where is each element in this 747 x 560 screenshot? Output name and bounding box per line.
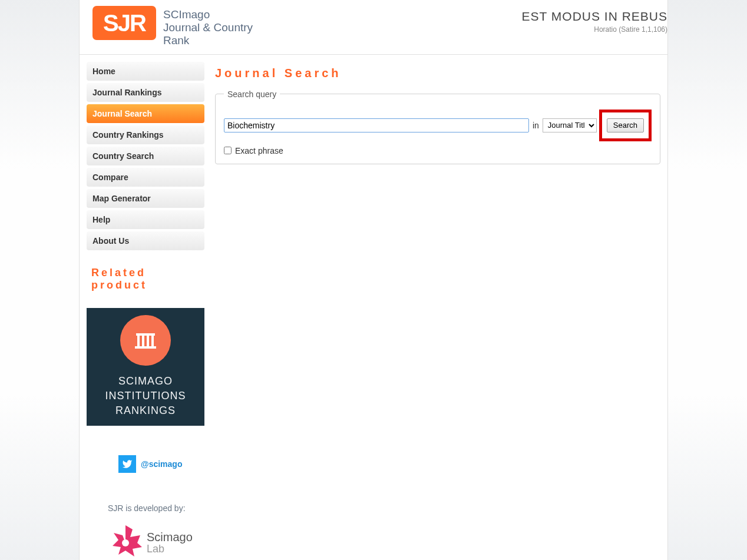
svg-rect-1 bbox=[137, 336, 140, 346]
svg-rect-2 bbox=[142, 336, 144, 346]
main-content: Journal Search Search query in Journal T… bbox=[204, 55, 667, 560]
lab-burst-icon bbox=[108, 522, 143, 560]
nav-compare[interactable]: Compare bbox=[87, 168, 204, 187]
nav-map-generator[interactable]: Map Generator bbox=[87, 189, 204, 208]
subtitle-line3: Rank bbox=[163, 34, 253, 47]
header-right: EST MODUS IN REBUS Horatio (Satire 1,1,1… bbox=[522, 6, 667, 34]
page-title: Journal Search bbox=[215, 67, 660, 80]
scimago-lab-logo[interactable]: Scimago Lab bbox=[87, 522, 204, 560]
sjr-logo[interactable]: SJR bbox=[92, 6, 156, 40]
related-text: SCIMAGO INSTITUTIONS RANKINGS bbox=[105, 374, 186, 419]
header-left: SJR SCImago Journal & Country Rank bbox=[80, 6, 253, 47]
search-button[interactable]: Search bbox=[607, 118, 644, 132]
nav-home[interactable]: Home bbox=[87, 62, 204, 81]
twitter-handle: @scimago bbox=[141, 459, 182, 469]
twitter-icon bbox=[118, 455, 136, 473]
nav-help[interactable]: Help bbox=[87, 210, 204, 229]
subtitle-line2: Journal & Country bbox=[163, 21, 253, 34]
header: SJR SCImago Journal & Country Rank EST M… bbox=[80, 0, 667, 55]
search-fieldset: Search query in Journal Title Search Exa… bbox=[215, 90, 660, 164]
search-field-select[interactable]: Journal Title bbox=[543, 118, 597, 132]
twitter-link[interactable]: @scimago bbox=[87, 455, 204, 473]
search-button-highlight: Search bbox=[599, 110, 652, 141]
search-input[interactable] bbox=[224, 118, 529, 132]
subtitle-line1: SCImago bbox=[163, 8, 253, 21]
nav-country-search[interactable]: Country Search bbox=[87, 147, 204, 165]
nav-journal-search[interactable]: Journal Search bbox=[87, 104, 204, 123]
svg-rect-3 bbox=[147, 336, 149, 346]
related-line3: RANKINGS bbox=[105, 403, 186, 418]
developed-by: SJR is developed by: bbox=[87, 503, 204, 513]
logo-text: SJR bbox=[103, 10, 146, 37]
institution-icon bbox=[120, 315, 171, 366]
svg-rect-4 bbox=[151, 336, 154, 346]
lab-sub: Lab bbox=[147, 544, 193, 555]
related-line2: INSTITUTIONS bbox=[105, 389, 186, 403]
related-heading: Related product bbox=[87, 267, 204, 291]
logo-subtitle: SCImago Journal & Country Rank bbox=[163, 6, 253, 47]
svg-rect-5 bbox=[135, 346, 156, 349]
exact-phrase-checkbox[interactable] bbox=[224, 147, 232, 154]
motto: EST MODUS IN REBUS bbox=[522, 9, 667, 24]
nav-about-us[interactable]: About Us bbox=[87, 231, 204, 250]
svg-point-6 bbox=[122, 539, 129, 546]
in-label: in bbox=[533, 121, 539, 130]
svg-rect-0 bbox=[136, 333, 155, 336]
related-line1: SCIMAGO bbox=[105, 374, 186, 389]
lab-name: Scimago bbox=[147, 531, 193, 544]
related-product-box[interactable]: SCIMAGO INSTITUTIONS RANKINGS bbox=[87, 308, 204, 426]
nav-journal-rankings[interactable]: Journal Rankings bbox=[87, 83, 204, 102]
nav-country-rankings[interactable]: Country Rankings bbox=[87, 125, 204, 144]
sidebar: Home Journal Rankings Journal Search Cou… bbox=[80, 55, 204, 560]
exact-phrase-label: Exact phrase bbox=[235, 146, 283, 155]
search-legend: Search query bbox=[224, 90, 280, 99]
motto-sub: Horatio (Satire 1,1,106) bbox=[522, 25, 667, 34]
